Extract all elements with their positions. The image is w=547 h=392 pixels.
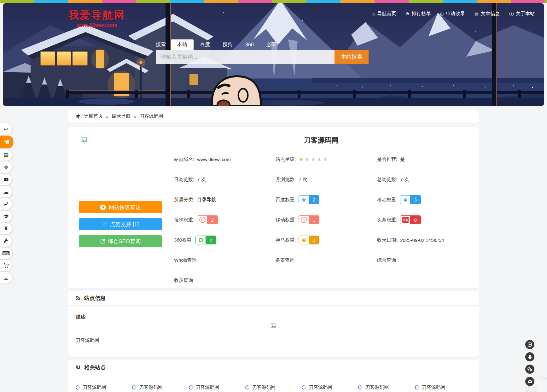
search-button[interactable]: 本站搜索 (335, 50, 369, 64)
mail-button[interactable] (525, 377, 534, 386)
category-link[interactable]: 目录导航 (197, 197, 216, 203)
weight-value: 2 (309, 196, 319, 204)
whois-query-link[interactable]: Whois查询 (174, 257, 276, 263)
field-value: 7 次 (197, 177, 206, 183)
nav-item-about[interactable]: ⓘ 关于本站 (509, 11, 535, 17)
sogou-weight-badge[interactable]: S 2 (197, 215, 218, 224)
seo-query-button[interactable]: 综合SEO查询 (79, 235, 162, 247)
related-site-link[interactable]: 刀客源码网 (358, 384, 415, 390)
description-image-wrap (76, 323, 471, 330)
site-logo[interactable]: 我爱导航网 www.52waw.com (68, 8, 125, 28)
beian-query-link[interactable]: 备案查询 (276, 257, 377, 263)
qq-button[interactable] (525, 352, 534, 361)
360-weight-badge[interactable]: 2 (195, 236, 216, 244)
related-sites-header: 相关站点 (68, 360, 479, 375)
related-site-link[interactable]: 刀客源码网 (189, 384, 245, 390)
external-link-icon (100, 239, 105, 244)
sidebar-item-cloud[interactable]: ☁ (0, 186, 12, 197)
nav-item-home[interactable]: ⌂ 导航首页 (372, 11, 396, 17)
sidebar-item-shop[interactable] (0, 260, 12, 271)
nav-item-rank[interactable]: ⚑ 排行榜单 (405, 11, 431, 17)
sidebar-item-quick-visit[interactable] (0, 136, 13, 148)
field-label: 百度权重: (276, 197, 296, 203)
breadcrumb-separator: » (134, 114, 136, 119)
field-label: 总浏览数: (377, 177, 397, 183)
logo-subtitle: www.52waw.com (68, 22, 125, 28)
tab-360[interactable]: 360 (239, 39, 260, 50)
nav-item-submit[interactable]: ⊞ 申请收录 (440, 11, 465, 17)
field-star-rating: 站点星级: ★★★★★ (276, 156, 377, 162)
cart-icon (3, 263, 9, 268)
home-icon: ⌂ (372, 12, 375, 16)
zonghe-query-link[interactable]: 综合查询 (377, 257, 468, 263)
breadcrumb-home[interactable]: 导航首页 (84, 113, 103, 119)
search-input[interactable] (156, 50, 335, 64)
broken-image-icon (271, 323, 276, 330)
sidebar-item-back[interactable]: ↩ (0, 123, 12, 135)
breadcrumb-section[interactable]: 目录导航 (112, 113, 131, 119)
related-site-link[interactable]: 刀客源码网 (415, 384, 471, 390)
visit-site-button[interactable]: 网站快速直达 (79, 201, 162, 213)
seo-query-label: 综合SEO查询 (108, 238, 141, 245)
field-label: 头条权重: (377, 217, 397, 223)
tab-bing[interactable]: 必应 (260, 39, 283, 50)
sidebar-item-download[interactable] (0, 272, 12, 284)
quick-sidebar: ↩ ▤ ❖ ☁ ¥ ⌨ (0, 123, 13, 284)
ghost-text-fragment: ="mo (536, 375, 547, 382)
field-label: 收录日期: (377, 237, 397, 243)
tab-sogou[interactable]: 搜狗 (216, 39, 239, 50)
field-daily-views: 日浏览数: 7 次 (174, 177, 276, 183)
related-site-link[interactable]: 刀客源码网 (76, 384, 132, 390)
sidebar-item-stats[interactable] (0, 198, 12, 210)
toutiao-weight-badge[interactable]: 头条 0 (400, 215, 421, 224)
shoulu-query-link[interactable]: 收录查询 (174, 278, 276, 284)
related-site-link[interactable]: 刀客源码网 (302, 384, 358, 390)
add-button[interactable] (525, 340, 534, 349)
tab-baidu[interactable]: 百度 (194, 39, 216, 50)
sidebar-item-keyboard[interactable]: ⌨ (0, 248, 12, 259)
visit-site-label: 网站快速直达 (109, 204, 141, 211)
tab-local-site[interactable]: 本站 (171, 39, 194, 50)
field-total-views: 总浏览数: 7 次 (377, 177, 468, 183)
weight-shenma: 神马权重: 0 (276, 236, 377, 244)
field-domain: 站点域名: www.dkewl.com (174, 156, 276, 162)
favicon-placeholder-icon (302, 385, 306, 389)
baidu-mobile-weight-badge[interactable]: 3 (400, 195, 421, 204)
sidebar-item-tools[interactable] (0, 235, 12, 247)
sogou-mobile-weight-badge[interactable]: S 1 (299, 215, 319, 224)
weight-sogou-mobile: 移动权重: S 1 (276, 215, 377, 224)
sidebar-item-video[interactable] (0, 174, 12, 185)
query-link-label: 备案查询 (276, 257, 294, 263)
wechat-button[interactable] (525, 365, 534, 374)
related-site-label: 刀客源码网 (83, 384, 106, 390)
signpost-icon (76, 114, 81, 119)
field-monthly-views: 月浏览数: 7 次 (276, 177, 377, 183)
sogou-icon: S (299, 216, 309, 224)
nav-label: 关于本站 (516, 11, 535, 17)
query-link-label: 综合查询 (377, 257, 396, 263)
site-detail-column: 刀客源码网 站点域名: www.dkewl.com 站点星级: ★★★★★ 是否… (174, 135, 468, 280)
star-filled: ★ (299, 156, 305, 162)
nav-item-articles[interactable]: ▤ 文章信息 (474, 11, 500, 17)
shenma-weight-badge[interactable]: 0 (299, 236, 319, 244)
sidebar-item-article[interactable]: ▤ (0, 149, 12, 161)
sidebar-item-apps[interactable]: ❖ (0, 161, 12, 173)
stars-empty: ★★★★ (305, 156, 329, 162)
sidebar-item-edu[interactable] (0, 211, 12, 222)
description-label: 描述: (76, 314, 471, 320)
send-icon (100, 204, 106, 210)
related-sites-row: 刀客源码网 刀客源码网 刀客源码网 刀客源码网 刀客源码网 刀客源码网 刀客源码… (76, 384, 471, 390)
broken-image-icon (81, 137, 88, 144)
nav-label: 导航首页 (377, 11, 396, 17)
related-site-label: 刀客源码网 (196, 384, 219, 390)
field-index-date: 收录日期: 2025-09-02 14:30:54 (377, 237, 468, 243)
baidu-weight-badge[interactable]: 2 (299, 195, 319, 204)
weight-baidu: 百度权重: 2 (276, 195, 377, 204)
ghost-submit-text: 提交 (526, 385, 538, 392)
related-site-link[interactable]: 刀客源码网 (132, 384, 189, 390)
site-title: 刀客源码网 (174, 136, 468, 145)
sidebar-item-pay[interactable]: ¥ (0, 223, 12, 234)
related-site-link[interactable]: 刀客源码网 (245, 384, 302, 390)
like-button[interactable]: ♡ 点赞支持 [1] (79, 218, 162, 230)
qq-icon (527, 354, 532, 360)
